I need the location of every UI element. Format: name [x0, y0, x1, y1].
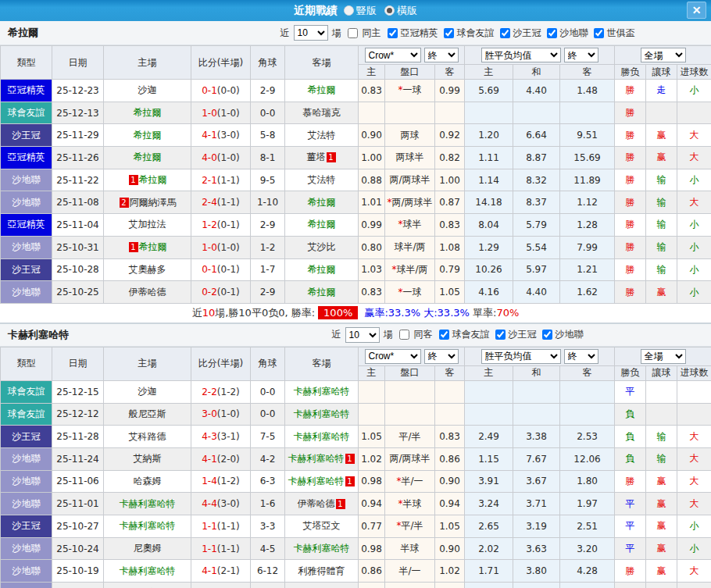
home-team: 伊蒂哈德 — [104, 281, 191, 304]
avg-away: 2.51 — [560, 515, 615, 538]
same-venue-checkbox[interactable] — [399, 330, 409, 340]
match-row: 亞冠精英25-11-26希拉爾4-0(1-0)8-1薑塔11.00两球半0.82… — [1, 147, 711, 169]
odds-away: 0.92 — [435, 124, 465, 147]
odds-source-select[interactable]: Crow* — [365, 349, 421, 364]
score-half-time: (1-2) — [217, 476, 240, 486]
avg-away: 3.20 — [560, 537, 615, 560]
odds-home: 1.05 — [359, 583, 385, 588]
score: 1-4(1-2) — [191, 470, 251, 493]
summary-text: 大:33.3% — [420, 307, 470, 319]
result-wdl: 勝 — [615, 102, 646, 124]
recent-results-dialog: 近期戰績 豎版橫版 ✕ 希拉爾近10場同主亞冠精英球會友誼沙王冠沙地聯世俱盃類型… — [0, 0, 711, 588]
result-goals: 大 — [677, 147, 711, 169]
home-team: 哈森姆 — [104, 470, 191, 493]
avg-away — [560, 102, 615, 124]
same-venue-checkbox[interactable] — [348, 28, 358, 38]
avg-home: 1.11 — [465, 147, 513, 169]
team-label: 伊蒂哈德 — [129, 287, 166, 298]
away-team: 卡赫利塞哈特 — [285, 537, 359, 560]
avg-home: 1.15 — [465, 447, 513, 470]
team-label: 希拉爾 — [134, 151, 162, 162]
competition-checkbox-4[interactable] — [594, 28, 604, 38]
scope-select[interactable]: 全場 — [641, 48, 686, 62]
match-type: 沙王冠 — [1, 426, 52, 448]
odds-away: 1.05 — [435, 281, 465, 304]
handicap-line: 两球半 — [385, 147, 435, 169]
avg-select[interactable]: 胜平负均值 — [481, 349, 561, 364]
odds-dropdown-group: Crow*終 — [359, 46, 465, 65]
near-count-select[interactable]: 10 — [345, 327, 380, 343]
match-row: 沙地聯25-10-24尼奧姆1-1(1-1)4-5卡赫利塞哈特0.98半球0.9… — [1, 537, 711, 560]
score-half-time: (2-0) — [217, 454, 240, 465]
asterisk-mark: * — [396, 476, 401, 486]
corner-count: 6-12 — [251, 560, 285, 583]
competition-checkbox-1[interactable] — [495, 330, 506, 340]
odds-final-select[interactable]: 終 — [424, 48, 459, 62]
match-date: 25-10-31 — [52, 236, 104, 258]
avg-select[interactable]: 胜平负均值 — [481, 48, 561, 62]
score: 4-1(2-0) — [191, 447, 251, 470]
col-header-sub: 勝负 — [615, 65, 646, 80]
summary-text: 70% — [496, 307, 519, 319]
score: 2-2(1-2) — [191, 380, 251, 403]
score-half-time: (0-1) — [217, 219, 240, 230]
competition-checkbox-3[interactable] — [547, 28, 557, 38]
result-goals: 小 — [677, 537, 711, 560]
col-header-sub: 和 — [513, 65, 560, 80]
match-row: 亞冠精英25-12-23沙迦0-1(0-0)2-9希拉爾0.83*一球0.995… — [1, 80, 711, 102]
avg-draw: 3.63 — [513, 537, 560, 560]
scope-dropdown-group: 全場 — [615, 46, 711, 65]
corner-count: 8-1 — [251, 147, 285, 169]
competition-checkbox-2[interactable] — [542, 330, 552, 340]
competition-label: 亞冠精英 — [401, 27, 438, 40]
score: 3-0(1-0) — [191, 403, 251, 426]
odds-away: 0.83 — [435, 426, 465, 448]
score: 1-1(1-1) — [191, 537, 251, 560]
score-full-time: 0-1 — [202, 85, 217, 96]
away-team: 卡赫利塞哈特 — [285, 380, 359, 403]
corner-count: 9-5 — [251, 169, 285, 191]
layout-radio-0[interactable]: 豎版 — [344, 4, 377, 18]
odds-away: 0.83 — [435, 583, 465, 588]
odds-final-select[interactable]: 終 — [424, 349, 459, 364]
score-half-time: (0-1) — [217, 264, 240, 275]
team-label: 希拉爾 — [139, 174, 167, 185]
competition-checkbox-0[interactable] — [439, 330, 449, 340]
match-date: 25-12-13 — [52, 102, 104, 124]
card-badge: 2 — [120, 198, 129, 208]
near-count-select[interactable]: 10 — [294, 25, 328, 41]
layout-radio-group: 豎版橫版 — [344, 4, 417, 18]
scope-select[interactable]: 全場 — [641, 349, 686, 364]
competition-checkbox-1[interactable] — [444, 28, 454, 38]
result-goals: 小 — [677, 214, 711, 237]
avg-draw: 7.67 — [513, 447, 560, 470]
team-label: 艾納斯 — [134, 453, 162, 464]
competition-checkbox-2[interactable] — [500, 28, 510, 38]
team-section: 卡赫利塞哈特近10場同客球會友誼沙王冠沙地聯類型日期主場比分(半場)角球客場Cr… — [0, 324, 711, 588]
avg-final-select[interactable]: 終 — [564, 349, 598, 364]
avg-final-select[interactable]: 終 — [564, 48, 598, 62]
match-row: 沙地聯25-10-311希拉爾1-0(1-0)1-2艾沙比0.80球半/两1.0… — [1, 236, 711, 258]
avg-draw: 8.32 — [513, 169, 560, 191]
result-handicap: 输 — [646, 169, 677, 191]
handicap-line: 平/半 — [385, 583, 435, 588]
layout-radio-1[interactable]: 橫版 — [384, 4, 417, 18]
score: 1-0(1-0) — [191, 102, 251, 124]
team-label: 卡赫利塞哈特 — [288, 476, 345, 486]
asterisk-mark: * — [398, 498, 403, 509]
col-header-main: 主場 — [104, 347, 191, 380]
close-button[interactable]: ✕ — [687, 2, 706, 19]
match-type: 沙地聯 — [1, 537, 52, 560]
avg-home: 10.26 — [465, 258, 513, 281]
card-badge: 1 — [336, 499, 345, 509]
team-label: 卡赫利塞哈特 — [120, 520, 176, 531]
competition-checkbox-0[interactable] — [388, 28, 398, 38]
score-full-time: 1-1 — [202, 543, 217, 554]
away-team: 伊蒂哈德1 — [285, 493, 359, 515]
corner-count: 0-0 — [251, 403, 285, 426]
match-filter: 近10場同客球會友誼沙王冠沙地聯 — [203, 327, 711, 343]
odds-source-select[interactable]: Crow* — [365, 48, 421, 62]
odds-home: 0.83 — [359, 281, 385, 304]
match-type: 亞冠精英 — [1, 147, 52, 169]
score-full-time: 4-1 — [202, 454, 217, 465]
